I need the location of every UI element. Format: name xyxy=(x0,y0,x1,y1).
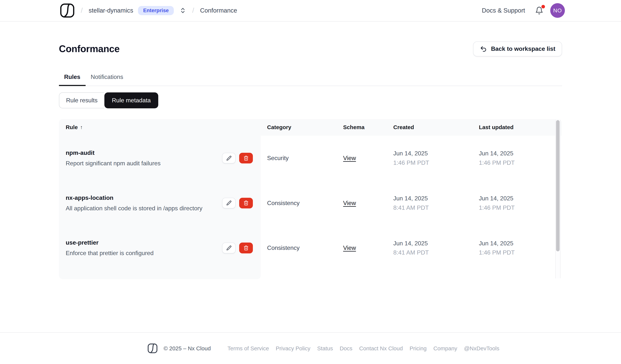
rule-text: npm-audit Report significant npm audit f… xyxy=(66,149,160,167)
rule-metadata-table: Rule ↑ Category Schema Created Last upda… xyxy=(59,119,562,279)
column-header-rule[interactable]: Rule ↑ xyxy=(59,124,261,130)
trash-icon xyxy=(243,245,249,251)
column-header-last-updated: Last updated xyxy=(472,124,562,130)
breadcrumb-separator: / xyxy=(192,7,194,15)
breadcrumb: / stellar-dynamics Enterprise / Conforma… xyxy=(60,3,237,18)
back-button-label: Back to workspace list xyxy=(491,45,555,52)
docs-support-link[interactable]: Docs & Support xyxy=(482,7,525,14)
column-header-rule-label: Rule xyxy=(66,124,78,130)
pencil-icon xyxy=(226,200,232,206)
footer-link-status[interactable]: Status xyxy=(317,345,333,352)
created-cell: Jun 14, 2025 8:41 AM PDT xyxy=(387,225,472,270)
created-time: 8:41 AM PDT xyxy=(393,204,429,211)
breadcrumb-current-page: Conformance xyxy=(200,7,237,14)
notifications-button[interactable] xyxy=(535,6,543,15)
created-time: 1:46 PM PDT xyxy=(393,159,429,166)
created-time: 8:41 AM PDT xyxy=(393,249,429,256)
rule-name: nx-apps-location xyxy=(66,194,202,201)
column-header-schema: Schema xyxy=(337,124,387,130)
updated-date: Jun 14, 2025 xyxy=(479,240,513,247)
footer-link-nxdevtools[interactable]: @NxDevTools xyxy=(464,345,499,352)
column-header-created: Created xyxy=(387,124,472,130)
rule-cell: nx-apps-location All application shell c… xyxy=(59,180,261,225)
pencil-icon xyxy=(226,245,232,251)
table-scrollbar[interactable] xyxy=(555,120,561,278)
rule-text: use-prettier Enforce that prettier is co… xyxy=(66,239,154,257)
footer-link-privacy[interactable]: Privacy Policy xyxy=(276,345,310,352)
created-cell: Jun 14, 2025 8:41 AM PDT xyxy=(387,180,472,225)
footer-link-pricing[interactable]: Pricing xyxy=(410,345,427,352)
footer-link-terms[interactable]: Terms of Service xyxy=(227,345,269,352)
schema-cell: View xyxy=(337,225,387,270)
schema-view-link[interactable]: View xyxy=(343,200,356,206)
last-updated-cell: Jun 14, 2025 1:46 PM PDT xyxy=(472,225,562,270)
rule-cell: npm-audit Report significant npm audit f… xyxy=(59,136,261,181)
rule-cell: use-prettier Enforce that prettier is co… xyxy=(59,225,261,270)
footer: © 2025 – Nx Cloud Terms of Service Priva… xyxy=(0,332,621,364)
table-row: nx-apps-location All application shell c… xyxy=(59,180,562,225)
updated-time: 1:46 PM PDT xyxy=(479,159,515,166)
topbar-actions: Docs & Support NO xyxy=(482,3,565,18)
pencil-icon xyxy=(226,156,232,161)
column-header-category: Category xyxy=(261,124,337,130)
delete-rule-button[interactable] xyxy=(239,198,253,208)
table-row: npm-audit Report significant npm audit f… xyxy=(59,136,562,181)
page-title: Conformance xyxy=(59,43,120,54)
workspace-switcher-icon[interactable] xyxy=(179,7,186,14)
notification-dot xyxy=(541,5,545,8)
rule-description: All application shell code is stored in … xyxy=(66,205,202,212)
schema-view-link[interactable]: View xyxy=(343,155,356,161)
rule-actions xyxy=(222,153,253,163)
category-cell: Consistency xyxy=(261,180,337,225)
created-date: Jun 14, 2025 xyxy=(393,150,428,157)
nx-cloud-logo-icon[interactable] xyxy=(60,3,75,18)
tab-notifications[interactable]: Notifications xyxy=(86,74,128,86)
created-cell: Jun 14, 2025 1:46 PM PDT xyxy=(387,136,472,181)
schema-view-link[interactable]: View xyxy=(343,244,356,251)
tab-notifications-label: Notifications xyxy=(91,74,123,80)
footer-link-company[interactable]: Company xyxy=(433,345,457,352)
table-footer-spacer xyxy=(59,270,261,279)
top-navigation-bar: / stellar-dynamics Enterprise / Conforma… xyxy=(0,0,621,22)
sort-ascending-icon: ↑ xyxy=(80,124,83,130)
edit-rule-button[interactable] xyxy=(222,198,236,208)
rule-actions xyxy=(222,198,253,208)
category-cell: Consistency xyxy=(261,225,337,270)
edit-rule-button[interactable] xyxy=(222,242,236,253)
trash-icon xyxy=(243,156,249,161)
rule-text: nx-apps-location All application shell c… xyxy=(66,194,202,212)
footer-link-contact[interactable]: Contact Nx Cloud xyxy=(359,345,403,352)
tab-rules-label: Rules xyxy=(64,74,80,80)
rule-metadata-toggle-button[interactable]: Rule metadata xyxy=(104,92,158,108)
tab-rules[interactable]: Rules xyxy=(59,74,86,86)
trash-icon xyxy=(243,200,249,206)
undo-arrow-icon xyxy=(480,45,487,52)
footer-link-docs[interactable]: Docs xyxy=(340,345,353,352)
category-cell: Security xyxy=(261,136,337,181)
page-header: Conformance Back to workspace list xyxy=(59,22,562,57)
created-date: Jun 14, 2025 xyxy=(393,240,428,247)
created-date: Jun 14, 2025 xyxy=(393,195,428,202)
schema-cell: View xyxy=(337,180,387,225)
rule-view-toggle: Rule results Rule metadata xyxy=(59,92,562,108)
last-updated-cell: Jun 14, 2025 1:46 PM PDT xyxy=(472,180,562,225)
footer-nx-logo-icon xyxy=(147,343,158,353)
rule-description: Report significant npm audit failures xyxy=(66,160,160,167)
main-content: Conformance Back to workspace list Rules… xyxy=(0,22,621,332)
tab-bar: Rules Notifications xyxy=(59,74,562,86)
updated-time: 1:46 PM PDT xyxy=(479,249,515,256)
back-to-workspace-list-button[interactable]: Back to workspace list xyxy=(473,41,562,57)
delete-rule-button[interactable] xyxy=(239,153,253,163)
user-avatar[interactable]: NO xyxy=(550,3,565,18)
delete-rule-button[interactable] xyxy=(239,242,253,253)
schema-cell: View xyxy=(337,136,387,181)
breadcrumb-separator: / xyxy=(81,7,83,15)
edit-rule-button[interactable] xyxy=(222,153,236,163)
rule-actions xyxy=(222,242,253,253)
rule-results-toggle-button[interactable]: Rule results xyxy=(59,92,104,108)
scrollbar-thumb[interactable] xyxy=(556,120,560,251)
breadcrumb-workspace-name[interactable]: stellar-dynamics xyxy=(89,7,133,14)
table-row: use-prettier Enforce that prettier is co… xyxy=(59,225,562,270)
updated-date: Jun 14, 2025 xyxy=(479,195,513,202)
rule-name: use-prettier xyxy=(66,239,154,246)
